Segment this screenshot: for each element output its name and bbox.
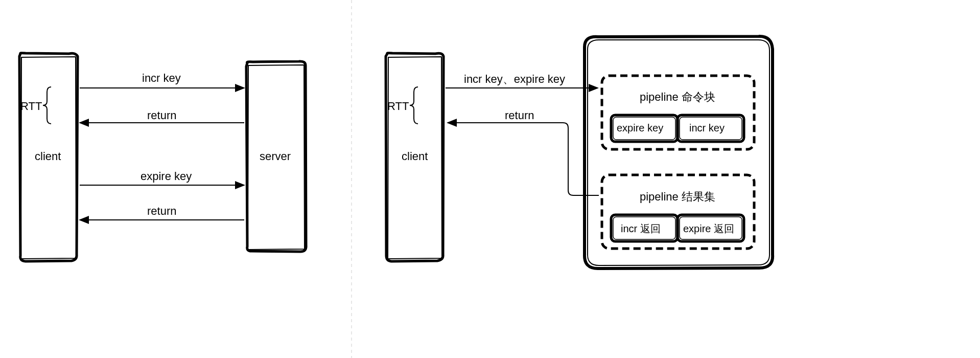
left-arrow-return2-label: return bbox=[147, 205, 176, 218]
right-result-item1-label: incr 返回 bbox=[621, 222, 661, 236]
left-arrow-expire-label: expire key bbox=[141, 170, 192, 183]
right-cmd-item2-label: incr key bbox=[689, 122, 725, 134]
left-client-label: client bbox=[35, 150, 61, 163]
left-server-label: server bbox=[260, 150, 291, 163]
diagram-container: RTT client server incr key return expire… bbox=[0, 0, 980, 358]
right-arrow-send-label: incr key、expire key bbox=[464, 72, 565, 87]
right-arrow-return bbox=[448, 123, 599, 195]
left-arrow-incr-label: incr key bbox=[142, 72, 181, 85]
right-cmd-item1-label: expire key bbox=[617, 122, 663, 134]
left-arrow-return1-label: return bbox=[147, 109, 176, 122]
left-rtt-brace bbox=[43, 87, 51, 124]
right-rtt-brace bbox=[410, 87, 418, 124]
right-result-item2-label: expire 返回 bbox=[683, 222, 734, 236]
right-cmd-title: pipeline 命令块 bbox=[640, 90, 715, 105]
left-rtt-label: RTT bbox=[20, 100, 42, 113]
right-client-label: client bbox=[402, 150, 428, 163]
right-result-title: pipeline 结果集 bbox=[640, 189, 715, 205]
right-rtt-label: RTT bbox=[387, 100, 409, 113]
right-arrow-return-label: return bbox=[505, 109, 534, 122]
